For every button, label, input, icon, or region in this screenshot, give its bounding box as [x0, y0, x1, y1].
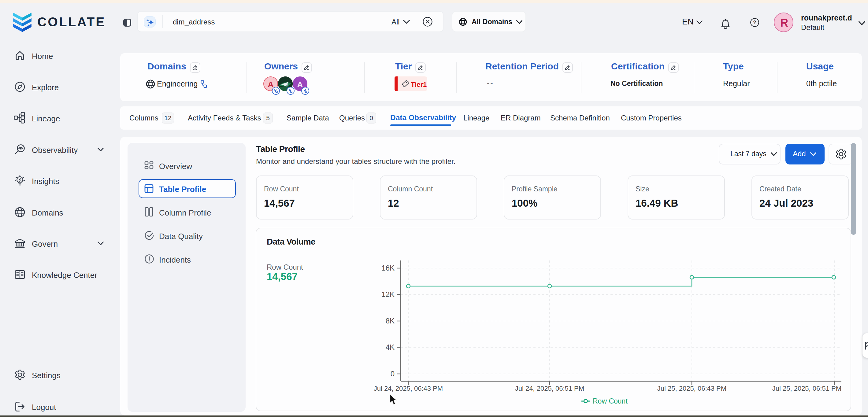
svg-text:4K: 4K — [386, 343, 395, 351]
svg-text:8K: 8K — [386, 317, 395, 325]
svg-text:Jul 24, 2025, 06:51 PM: Jul 24, 2025, 06:51 PM — [515, 385, 584, 392]
svg-text:16K: 16K — [381, 264, 395, 272]
svg-text:Jul 24, 2025, 06:43 PM: Jul 24, 2025, 06:43 PM — [374, 385, 443, 392]
svg-text:Jul 25, 2025, 06:43 PM: Jul 25, 2025, 06:43 PM — [657, 385, 726, 392]
svg-text:12K: 12K — [381, 290, 395, 298]
svg-text:Jul 25, 2025, 06:51 PM: Jul 25, 2025, 06:51 PM — [772, 385, 841, 392]
svg-text:?: ? — [753, 20, 756, 25]
svg-text:Row Count: Row Count — [593, 397, 628, 405]
svg-text:0: 0 — [391, 370, 395, 378]
